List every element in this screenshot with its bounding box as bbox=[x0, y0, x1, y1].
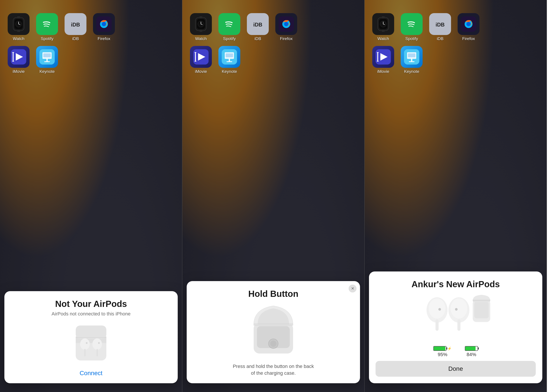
app-spotify-1[interactable]: Spotify bbox=[35, 13, 59, 44]
popup-hold-button: ✕ Hold Button Press and hold the button bbox=[187, 281, 360, 383]
app-imovie-1[interactable]: iMovie bbox=[7, 46, 31, 77]
battery-bar-right-wrap bbox=[465, 346, 478, 351]
firefox-icon-2 bbox=[275, 13, 297, 35]
app-keynote-2[interactable]: Keynote bbox=[217, 46, 241, 77]
app-spotify-3[interactable]: Spotify bbox=[400, 13, 424, 44]
imovie-icon-2 bbox=[190, 46, 212, 68]
spotify-icon-2 bbox=[218, 13, 240, 35]
svg-rect-82 bbox=[409, 61, 414, 62]
idb-label-1: iDB bbox=[72, 36, 79, 41]
svg-rect-66 bbox=[382, 16, 385, 18]
app-grid-3: Watch Spotify iDB iDB bbox=[371, 13, 481, 77]
svg-rect-91 bbox=[457, 319, 461, 331]
svg-rect-93 bbox=[474, 302, 489, 318]
svg-point-85 bbox=[429, 298, 445, 319]
keynote-icon-1 bbox=[36, 46, 58, 68]
svg-rect-38 bbox=[199, 16, 202, 18]
popup-title-1: Not Your AirPods bbox=[55, 299, 127, 309]
app-imovie-3[interactable]: iMovie bbox=[371, 46, 395, 77]
svg-rect-25 bbox=[76, 325, 106, 339]
battery-bar-right bbox=[465, 346, 478, 351]
idb-label-2: iDB bbox=[255, 36, 261, 41]
connect-button[interactable]: Connect bbox=[80, 370, 102, 377]
done-button[interactable]: Done bbox=[376, 361, 536, 377]
popup-body-2: Press and hold the button on the back of… bbox=[233, 363, 314, 377]
svg-point-73 bbox=[466, 22, 471, 26]
battery-fill-right bbox=[465, 347, 476, 350]
firefox-icon-1 bbox=[93, 13, 115, 35]
svg-point-86 bbox=[438, 308, 441, 311]
svg-rect-55 bbox=[226, 53, 233, 57]
svg-rect-6 bbox=[17, 30, 20, 32]
app-firefox-2[interactable]: Firefox bbox=[274, 13, 298, 44]
popup-connected: Ankur's New AirPods bbox=[369, 272, 542, 383]
app-watch-3[interactable]: Watch bbox=[371, 13, 395, 44]
watch-icon-1 bbox=[8, 13, 29, 35]
battery-pct-right: 84% bbox=[467, 352, 476, 357]
svg-point-29 bbox=[92, 338, 102, 350]
airpods-connected-image bbox=[419, 294, 493, 338]
keynote-label-3: Keynote bbox=[404, 69, 419, 74]
svg-rect-21 bbox=[44, 61, 50, 62]
svg-point-27 bbox=[80, 338, 90, 350]
svg-point-59 bbox=[270, 341, 276, 347]
svg-point-45 bbox=[284, 22, 288, 26]
keynote-label-2: Keynote bbox=[222, 69, 237, 74]
app-watch-1[interactable]: Watch bbox=[7, 13, 31, 44]
app-keynote-3[interactable]: Keynote bbox=[400, 46, 424, 77]
imovie-label-1: iMovie bbox=[13, 69, 25, 74]
app-grid-1: Watch Spotify iDB iDB bbox=[7, 13, 116, 77]
panel-1: Watch Spotify iDB iDB bbox=[0, 0, 182, 392]
svg-rect-54 bbox=[227, 61, 232, 62]
spotify-label-2: Spotify bbox=[223, 36, 236, 41]
close-button[interactable]: ✕ bbox=[349, 285, 356, 293]
svg-rect-20 bbox=[46, 59, 48, 62]
imovie-label-2: iMovie bbox=[195, 69, 207, 74]
svg-rect-87 bbox=[435, 319, 439, 331]
svg-point-90 bbox=[455, 308, 458, 311]
battery-bar-left bbox=[433, 346, 447, 351]
app-idb-2[interactable]: iDB iDB bbox=[246, 13, 270, 44]
keynote-icon-3 bbox=[401, 46, 423, 68]
app-imovie-2[interactable]: iMovie bbox=[189, 46, 213, 77]
app-spotify-2[interactable]: Spotify bbox=[217, 13, 241, 44]
battery-left: ⚡ 95% bbox=[433, 346, 452, 357]
spotify-label-1: Spotify bbox=[41, 36, 53, 41]
imovie-icon-3 bbox=[372, 46, 394, 68]
firefox-label-1: Firefox bbox=[98, 36, 110, 41]
spotify-icon-1 bbox=[36, 13, 58, 35]
svg-rect-67 bbox=[382, 30, 385, 32]
firefox-icon-3 bbox=[458, 13, 479, 35]
app-watch-2[interactable]: Watch bbox=[189, 13, 213, 44]
spotify-icon-3 bbox=[401, 13, 423, 35]
keynote-label-1: Keynote bbox=[39, 69, 55, 74]
watch-icon-3 bbox=[372, 13, 394, 35]
svg-rect-22 bbox=[43, 53, 51, 57]
app-firefox-1[interactable]: Firefox bbox=[92, 13, 116, 44]
svg-point-32 bbox=[98, 342, 100, 344]
app-idb-3[interactable]: iDB iDB bbox=[428, 13, 452, 44]
svg-rect-53 bbox=[229, 59, 230, 62]
watch-label-2: Watch bbox=[195, 36, 206, 41]
popup-title-3: Ankur's New AirPods bbox=[412, 279, 500, 289]
app-keynote-1[interactable]: Keynote bbox=[35, 46, 59, 77]
app-idb-1[interactable]: iDB iDB bbox=[64, 13, 87, 44]
svg-text:iDB: iDB bbox=[435, 22, 444, 28]
svg-text:iDB: iDB bbox=[71, 22, 80, 28]
svg-point-31 bbox=[86, 342, 87, 344]
battery-fill-left bbox=[434, 347, 445, 350]
battery-bar-left-wrap: ⚡ bbox=[433, 346, 452, 351]
popup-title-2: Hold Button bbox=[248, 289, 299, 299]
panel-3: Watch Spotify iDB iDB bbox=[365, 0, 547, 392]
svg-point-89 bbox=[451, 298, 467, 319]
firefox-label-2: Firefox bbox=[280, 36, 293, 41]
idb-icon-3: iDB bbox=[429, 13, 451, 35]
svg-text:iDB: iDB bbox=[253, 22, 262, 28]
imovie-label-3: iMovie bbox=[377, 69, 389, 74]
airpods-open-image bbox=[249, 303, 297, 357]
app-firefox-3[interactable]: Firefox bbox=[456, 13, 481, 44]
firefox-label-3: Firefox bbox=[462, 36, 475, 41]
keynote-icon-2 bbox=[218, 46, 240, 68]
idb-icon-1: iDB bbox=[64, 13, 86, 35]
imovie-icon-1 bbox=[8, 46, 29, 68]
